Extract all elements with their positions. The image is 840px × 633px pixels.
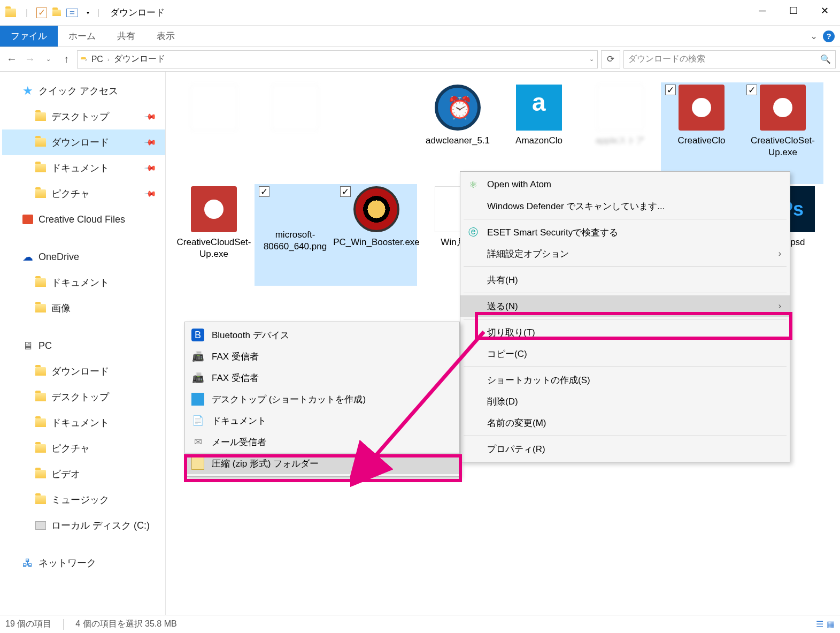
ribbon-chevron-icon[interactable]: ⌄ xyxy=(810,30,818,42)
file-item[interactable] xyxy=(255,82,336,184)
menu-open-atom[interactable]: ⚛Open with Atom xyxy=(460,174,790,195)
overflow-icon[interactable]: = xyxy=(66,9,78,17)
file-item[interactable]: AmazonClo xyxy=(498,82,580,184)
breadcrumb-pc[interactable]: PC xyxy=(91,55,103,64)
file-item[interactable]: ✓microsoft-80660_640.png xyxy=(255,184,336,286)
view-large-icon[interactable]: ▦ xyxy=(827,619,835,629)
folder-icon xyxy=(35,304,46,312)
checkbox-icon[interactable]: ✓ xyxy=(746,85,757,95)
menu-defender[interactable]: Windows Defender でスキャンしています... xyxy=(460,195,790,217)
folder-icon xyxy=(35,444,46,453)
star-icon: ★ xyxy=(22,84,33,98)
sidebar-item-pictures[interactable]: ピクチャ📌 xyxy=(2,181,165,207)
menu-delete[interactable]: 削除(D) xyxy=(460,391,790,412)
context-menu: ⚛Open with Atom Windows Defender でスキャンして… xyxy=(460,171,790,462)
quick-access-toolbar: | ✓ = ▾ | xyxy=(4,6,99,19)
sidebar-item-pc-cdrive[interactable]: ローカル ディスク (C:) xyxy=(2,513,165,538)
tab-home[interactable]: ホーム xyxy=(58,26,106,47)
close-button[interactable]: ✕ xyxy=(809,0,840,21)
submenu-mail[interactable]: ✉メール受信者 xyxy=(185,431,459,453)
search-placeholder: ダウンロードの検索 xyxy=(628,54,705,65)
sidebar-item-od-documents[interactable]: ドキュメント xyxy=(2,270,165,295)
menu-rename[interactable]: 名前の変更(M) xyxy=(460,412,790,433)
view-details-icon[interactable]: ☰ xyxy=(816,619,823,629)
sidebar-item-pc-desktop[interactable]: デスクトップ xyxy=(2,384,165,410)
sidebar-item-pc-music[interactable]: ミュージック xyxy=(2,487,165,513)
folder-small-icon[interactable] xyxy=(50,6,63,19)
up-button[interactable]: ↑ xyxy=(59,52,74,67)
sidebar-item-quick-access[interactable]: ★クイック アクセス xyxy=(2,78,165,104)
sidebar-item-od-images[interactable]: 画像 xyxy=(2,295,165,321)
chevron-icon[interactable]: › xyxy=(107,56,110,63)
checkbox-icon[interactable]: ✓ xyxy=(36,7,47,18)
sidebar-item-ccfiles[interactable]: Creative Cloud Files xyxy=(2,207,165,232)
menu-eset-options[interactable]: 詳細設定オプション› xyxy=(460,243,790,264)
menu-eset[interactable]: ⓔESET Smart Securityで検査する xyxy=(460,222,790,243)
submenu-documents[interactable]: 📄ドキュメント xyxy=(185,410,459,431)
tab-share[interactable]: 共有 xyxy=(106,26,146,47)
sidebar-item-pc-pictures[interactable]: ピクチャ xyxy=(2,436,165,461)
submenu-bluetooth[interactable]: BBluetooth デバイス xyxy=(185,324,459,346)
folder-icon xyxy=(35,164,46,172)
search-icon[interactable]: 🔍 xyxy=(820,54,831,64)
help-button[interactable]: ? xyxy=(823,30,835,42)
file-item[interactable]: ✓PC_Win_Booster.exe xyxy=(336,184,417,286)
file-item[interactable]: ✓CreativeCloSet-Up.exe xyxy=(742,82,823,184)
breadcrumb-downloads[interactable]: ダウンロード xyxy=(114,54,165,65)
menu-properties[interactable]: プロパティ(R) xyxy=(460,438,790,460)
menu-shortcut[interactable]: ショートカットの作成(S) xyxy=(460,369,790,391)
tab-view[interactable]: 表示 xyxy=(146,26,186,47)
qat-sep: | xyxy=(20,6,33,19)
refresh-button[interactable]: ⟳ xyxy=(601,50,620,68)
status-bar: 19 個の項目 4 個の項目を選択 35.8 MB ☰ ▦ xyxy=(0,615,840,633)
sidebar-item-downloads[interactable]: ダウンロード📌 xyxy=(2,129,165,155)
folder-icon xyxy=(35,495,46,504)
checkbox-icon[interactable]: ✓ xyxy=(665,85,676,95)
folder-icon xyxy=(35,418,46,427)
maximize-button[interactable]: ☐ xyxy=(778,0,809,21)
title-bar: | ✓ = ▾ | ダウンロード ─ ☐ ✕ xyxy=(0,0,840,26)
forward-button[interactable]: → xyxy=(22,52,37,67)
file-item[interactable]: appleストア xyxy=(580,82,661,184)
sidebar-item-onedrive[interactable]: ☁OneDrive xyxy=(2,244,165,270)
file-item[interactable]: CreativeCloudSet-Up.exe xyxy=(173,184,255,286)
chevron-down-icon[interactable]: ⌄ xyxy=(589,56,594,63)
creativecloud-icon xyxy=(679,85,725,131)
back-button[interactable]: ← xyxy=(4,52,19,67)
sidebar-item-desktop[interactable]: デスクトップ📌 xyxy=(2,104,165,129)
sidebar-item-documents[interactable]: ドキュメント📌 xyxy=(2,155,165,181)
minimize-button[interactable]: ─ xyxy=(747,0,778,21)
pin-icon: 📌 xyxy=(143,161,157,175)
status-selected: 4 個の項目を選択 35.8 MB xyxy=(75,619,176,630)
microsoft-icon xyxy=(276,186,314,225)
recent-dropdown[interactable]: ⌄ xyxy=(41,52,56,67)
file-item[interactable] xyxy=(173,82,255,184)
tab-file[interactable]: ファイル xyxy=(0,26,58,47)
submenu-fax1[interactable]: 📠FAX 受信者 xyxy=(185,346,459,367)
context-submenu-sendto: BBluetooth デバイス 📠FAX 受信者 📠FAX 受信者 デスクトップ… xyxy=(184,322,460,477)
sidebar-item-pc-videos[interactable]: ビデオ xyxy=(2,461,165,487)
sidebar-item-pc-documents[interactable]: ドキュメント xyxy=(2,410,165,436)
sidebar-item-network[interactable]: 🖧ネットワーク xyxy=(2,550,165,576)
menu-cut[interactable]: 切り取り(T) xyxy=(460,322,790,343)
menu-copy[interactable]: コピー(C) xyxy=(460,343,790,364)
file-item[interactable]: ✓CreativeClo xyxy=(661,82,742,184)
thumbnail xyxy=(272,85,318,131)
bluetooth-icon: B xyxy=(191,329,204,341)
creativecloud-icon xyxy=(191,186,237,232)
submenu-fax2[interactable]: 📠FAX 受信者 xyxy=(185,367,459,388)
file-item[interactable]: adwcleaner_5.1 xyxy=(417,82,498,184)
address-row: ← → ⌄ ↑ › PC › ダウンロード ⌄ ⟳ ダウンロードの検索 🔍 xyxy=(0,47,840,72)
search-input[interactable]: ダウンロードの検索 🔍 xyxy=(623,50,836,68)
breadcrumb[interactable]: › PC › ダウンロード ⌄ xyxy=(77,50,598,68)
checkbox-icon[interactable]: ✓ xyxy=(340,186,351,197)
submenu-desktop-shortcut[interactable]: デスクトップ (ショートカットを作成) xyxy=(185,388,459,410)
checkbox-icon[interactable]: ✓ xyxy=(259,186,269,197)
submenu-zip[interactable]: 圧縮 (zip 形式) フォルダー xyxy=(185,453,459,474)
file-item[interactable] xyxy=(336,82,417,184)
qat-dropdown-icon[interactable]: ▾ xyxy=(81,6,94,19)
sidebar-item-pc-downloads[interactable]: ダウンロード xyxy=(2,359,165,384)
sidebar-item-pc[interactable]: 🖥PC xyxy=(2,333,165,359)
menu-share[interactable]: 共有(H) xyxy=(460,269,790,291)
menu-send-to[interactable]: 送る(N)› xyxy=(460,295,790,317)
